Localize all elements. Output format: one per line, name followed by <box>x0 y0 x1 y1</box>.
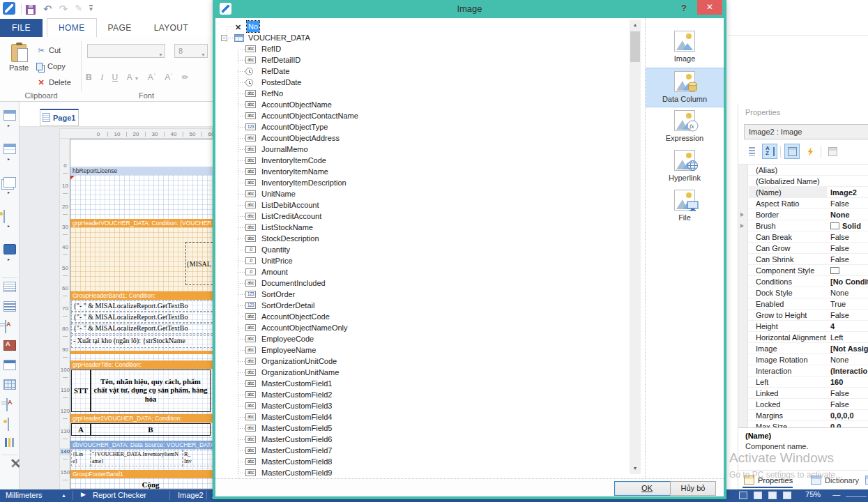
layout-view-icon[interactable] <box>783 492 791 499</box>
bold-button[interactable]: B <box>86 73 92 82</box>
preview-icon[interactable] <box>768 492 777 499</box>
property-value[interactable]: True <box>830 298 868 310</box>
image-source-option-file[interactable]: File <box>646 187 724 227</box>
grow-font-button[interactable]: Aʾ <box>148 73 156 82</box>
tree-field-UnitName[interactable]: abcUnitName <box>221 188 629 199</box>
tree-field-ListDebitAccount[interactable]: abcListDebitAccount <box>221 199 629 211</box>
tree-field-InventoryItemName[interactable]: abcInventoryItemName <box>221 166 629 177</box>
band-header-grpheadertitle[interactable]: grpHeaderTitle: Condition: <box>70 360 216 369</box>
tab-layout[interactable]: LAYOUT <box>143 19 200 38</box>
scrollbar-thumb[interactable] <box>630 31 640 62</box>
band-header-groupheaderband1[interactable]: GroupHeaderBand1; Condition: <box>70 291 216 300</box>
tree-field-ListCreditAccount[interactable]: abcListCreditAccount <box>221 211 629 222</box>
tree-field-AccountObjectContactName[interactable]: abcAccountObjectContactName <box>221 110 629 121</box>
tab-home[interactable]: HOME <box>47 18 97 37</box>
tree-field-OrganizationUnitCode[interactable]: abcOrganizationUnitCode <box>221 356 629 367</box>
text-box-tool-icon[interactable] <box>6 398 8 411</box>
band-tool-dropdown-icon[interactable]: ▸ <box>8 123 10 128</box>
property-value[interactable]: (Interactio <box>830 365 868 376</box>
tree-field-MasterCustomField8[interactable]: abcMasterCustomField8 <box>221 456 629 467</box>
report-checker-icon[interactable]: ▶ <box>81 491 86 498</box>
property-value[interactable]: None <box>830 354 868 365</box>
text-component[interactable]: {"- " & MISALocalizeReport.GetTextBo <box>71 323 216 334</box>
property-row-brush[interactable]: BrushSolid <box>738 220 868 231</box>
band-license-body[interactable] <box>70 175 216 219</box>
units-dropdown-icon[interactable]: ▲ <box>61 493 66 498</box>
property-row-locked[interactable]: LockedFalse <box>738 399 868 410</box>
property-row-cangrow[interactable]: Can GrowFalse <box>738 243 868 254</box>
tree-field-AccountObjectName[interactable]: abcAccountObjectName <box>221 99 629 110</box>
property-value[interactable]: False <box>830 198 868 209</box>
tree-field-DocumentIncluded[interactable]: abcDocumentIncluded <box>221 277 629 289</box>
tree-field-AccountObjectNameOnly[interactable]: abcAccountObjectNameOnly <box>221 322 629 333</box>
property-row-name[interactable]: (Name)Image2 <box>738 187 868 198</box>
shrink-font-button[interactable]: Aʾ <box>165 73 173 82</box>
dialog-title-bar[interactable]: Image ? ✕ <box>215 0 724 18</box>
panel-tool-icon[interactable] <box>3 360 16 370</box>
property-row-left[interactable]: Left160 <box>738 376 868 388</box>
data-cell[interactable]: {Line} <box>71 450 91 466</box>
property-value[interactable]: False <box>830 231 868 243</box>
tree-field-Quantity[interactable]: .0Quantity <box>221 244 629 255</box>
tree-field-MasterCustomField4[interactable]: abcMasterCustomField4 <box>221 411 629 423</box>
components-tool-dropdown-icon[interactable]: ▸ <box>8 257 10 261</box>
property-value[interactable]: False <box>830 399 868 410</box>
text-component[interactable]: - Xuất tại kho (ngăn lô): {strStockName <box>71 335 216 348</box>
components-tool-icon[interactable] <box>3 244 16 254</box>
text-component[interactable]: {"- " & MISALocalizeReport.GetTextBo <box>71 301 216 312</box>
styled-label-tool-icon[interactable] <box>3 340 16 351</box>
property-value[interactable]: 0,0,0,0 <box>830 410 868 421</box>
band-tool-icon[interactable] <box>3 110 16 121</box>
property-value[interactable]: [No Condit <box>830 276 868 287</box>
tree-field-JournalMemo[interactable]: abcJournalMemo <box>221 144 629 155</box>
property-row-canshrink[interactable]: Can ShrinkFalse <box>738 254 868 265</box>
customize-quick-access-icon[interactable]: ▾ <box>89 5 93 12</box>
close-button[interactable]: ✕ <box>697 0 722 15</box>
band-header-groupfooter[interactable]: GroupFooterBand1 <box>70 470 216 478</box>
clone-tool-icon[interactable] <box>3 177 16 188</box>
property-value[interactable]: None <box>830 209 868 220</box>
property-value[interactable]: 160 <box>830 376 868 388</box>
tree-field-PostedDate[interactable]: PostedDate <box>221 77 629 88</box>
tree-field-EmployeeName[interactable]: abcEmployeeName <box>221 344 629 356</box>
rich-text-tool-icon[interactable] <box>3 301 16 312</box>
copy-button[interactable]: Copy <box>36 60 66 73</box>
component-selector-combo[interactable]: Image2 : Image <box>744 124 868 139</box>
picture-tool-dropdown-icon[interactable]: ▸ <box>8 223 10 228</box>
save-icon[interactable] <box>26 5 36 15</box>
band-header-grpheader2[interactable]: grpHeader2VOUCHER_DATA; Condition: <box>70 414 216 423</box>
continuous-view-icon[interactable] <box>754 492 762 499</box>
categorized-view-button[interactable] <box>744 144 759 159</box>
font-name-combo[interactable]: ▼ <box>87 44 165 58</box>
tree-field-MasterCustomField9[interactable]: abcMasterCustomField9 <box>221 467 629 478</box>
panel-tab-dictionary[interactable]: Dictionary <box>809 473 859 488</box>
zoom-slider[interactable] <box>846 496 867 497</box>
property-value[interactable]: Image2 <box>830 187 868 198</box>
tab-file[interactable]: FILE <box>0 19 43 38</box>
alphabetical-sort-button[interactable] <box>762 144 777 159</box>
cut-button[interactable]: ✂Cut <box>36 44 61 56</box>
report-design-canvas[interactable]: hbReportLicense grpHeaderVOUCHER_DATA: C… <box>70 139 216 489</box>
property-row-maxsize[interactable]: Max Size0,0 <box>738 421 868 427</box>
footer-total-cell[interactable]: Cộng <box>91 479 211 489</box>
tree-field-UnitPrice[interactable]: .0UnitPrice <box>221 255 629 266</box>
property-row-image[interactable]: Image[Not Assig <box>738 343 868 354</box>
band-header-grpheader-voucher[interactable]: grpHeaderVOUCHER_DATA: Condition: {VOUCH… <box>70 219 216 227</box>
underline-button[interactable]: U <box>112 73 119 82</box>
property-row-border[interactable]: BorderNone <box>738 209 868 220</box>
image-tool-icon[interactable] <box>8 418 9 431</box>
tree-field-ListStockName[interactable]: abcListStockName <box>221 222 629 233</box>
image-source-option-expression[interactable]: fxExpression <box>646 107 724 147</box>
cut-off-tab-icon[interactable] <box>865 476 868 485</box>
property-row-aspectratio[interactable]: Aspect RatioFalse <box>738 198 868 209</box>
tree-item-none[interactable]: ✕No <box>221 21 629 32</box>
property-value[interactable]: False <box>830 254 868 265</box>
tab-page[interactable]: PAGE <box>97 19 143 38</box>
font-size-combo[interactable]: 8▼ <box>174 44 208 58</box>
tree-field-MasterCustomField2[interactable]: abcMasterCustomField2 <box>221 389 629 400</box>
cross-band-tool-dropdown-icon[interactable]: ▸ <box>8 156 10 161</box>
expand-icon[interactable] <box>740 213 744 217</box>
property-value[interactable]: Left <box>830 332 868 343</box>
italic-button[interactable]: I <box>100 73 103 83</box>
tree-field-MasterCustomField1[interactable]: abcMasterCustomField1 <box>221 378 629 389</box>
